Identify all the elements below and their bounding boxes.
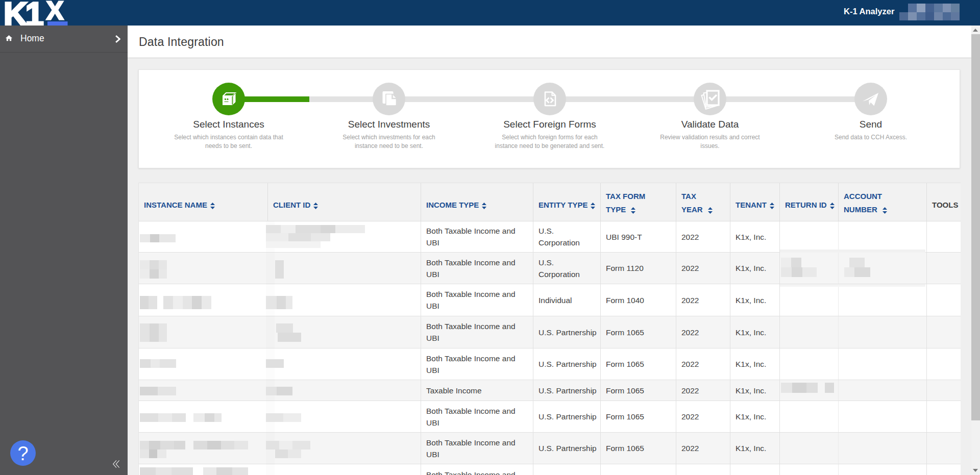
svg-text:K1: K1	[4, 0, 43, 26]
svg-text:X: X	[46, 0, 63, 25]
